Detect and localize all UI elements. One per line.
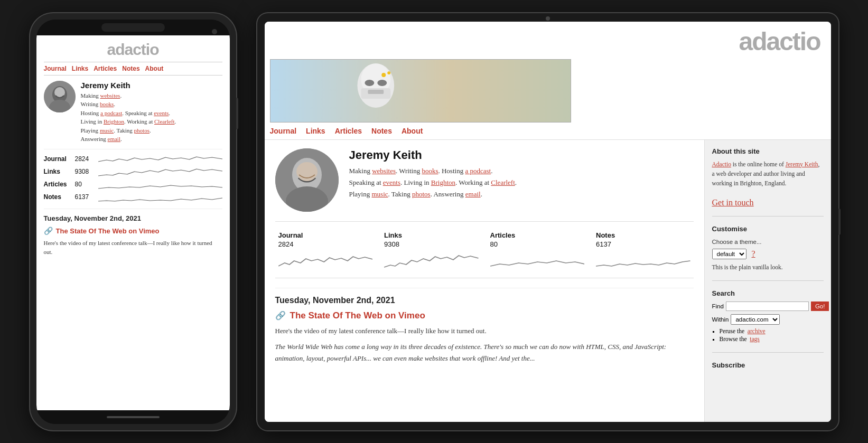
phone-device: adactio Journal Links Articles Notes Abo… [30, 13, 236, 430]
phone-logo: adactio [44, 41, 222, 59]
sidebar-adactio-link[interactable]: Adactio [712, 161, 731, 167]
sidebar-within-select[interactable]: adactio.com [731, 314, 780, 325]
phone-nav-articles[interactable]: Articles [94, 65, 117, 72]
tablet-bio-name: Jeremy Keith [349, 148, 517, 162]
sidebar-jeremy-link[interactable]: Jeremy Keith [786, 161, 818, 167]
phone-bio-events[interactable]: events [154, 110, 169, 116]
phone-bio-books[interactable]: books [100, 101, 114, 107]
phone-bio-websites[interactable]: websites [100, 92, 120, 99]
sidebar-tags-item: Browse the tags [720, 336, 824, 342]
phone-post-excerpt: Here's the video of my latest conference… [44, 239, 222, 257]
sidebar-theme-select[interactable]: default [712, 249, 746, 259]
tablet-stat-label-journal: Journal [278, 231, 373, 239]
phone-bio-clearleft[interactable]: Clearleft [154, 118, 174, 125]
tablet-post-title: 🔗 The State Of The Web on Vimeo [275, 310, 694, 321]
tablet-sparkline-notes [596, 251, 690, 268]
tablet-header: adactio [265, 22, 831, 56]
sidebar-within-row: Within adactio.com [712, 314, 824, 325]
tablet-nav-journal[interactable]: Journal [270, 127, 297, 135]
tablet-stat-box-journal: Journal 2824 [275, 228, 376, 271]
link-icon: 🔗 [44, 227, 53, 235]
tablet-bio-events[interactable]: events [383, 178, 400, 186]
tablet-bio-email[interactable]: email [465, 190, 481, 198]
sidebar-within-label: Within [712, 316, 729, 323]
phone-bio-photos[interactable]: photos [134, 127, 150, 134]
tablet-bio-brighton[interactable]: Brighton [431, 178, 455, 186]
tablet-stat-num-journal: 2824 [278, 240, 373, 248]
phone-stat-label-notes: Notes [44, 193, 73, 201]
sidebar-find-input[interactable] [726, 301, 809, 311]
tablet-nav-articles[interactable]: Articles [335, 127, 362, 135]
phone-sparkline-articles [98, 179, 222, 190]
sidebar-subscribe-title: Subscribe [712, 361, 824, 369]
sidebar-customise-section: Customise Choose a theme... default ? Th… [712, 225, 824, 281]
tablet-post-italic: The World Wide Web has come a long way i… [275, 341, 694, 364]
phone-post-link[interactable]: The State Of The Web on Vimeo [56, 227, 160, 235]
sidebar-search-list: Peruse the archive Browse the tags [712, 328, 824, 342]
phone-stat-row-links: Links 9308 [44, 166, 222, 177]
tablet-bio-podcast[interactable]: a podcast [465, 167, 491, 175]
tablet-hero-illustration [270, 60, 571, 122]
tablet-screen: adactio [265, 22, 831, 422]
tablet-body: Jeremy Keith Making websites. Writing bo… [265, 140, 831, 422]
tablet-avatar [275, 148, 339, 212]
svg-rect-10 [368, 90, 384, 94]
phone-bio-text: Making websites. Writing books. Hosting … [81, 91, 176, 144]
tablet-profile: Jeremy Keith Making websites. Writing bo… [275, 148, 694, 212]
phone-nav-about[interactable]: About [145, 65, 164, 72]
sidebar-find-label: Find [712, 303, 724, 309]
phone-bio-music[interactable]: music [100, 127, 114, 134]
tablet-bio-photos[interactable]: photos [412, 190, 431, 198]
tablet-nav-about[interactable]: About [402, 127, 423, 135]
phone-stat-row-journal: Journal 2824 [44, 154, 222, 164]
tablet-stat-num-articles: 80 [490, 240, 585, 248]
phone-bio-podcast[interactable]: a podcast [100, 110, 122, 116]
phone-notch-bar [36, 20, 230, 35]
tablet-logo: adactio [739, 27, 820, 56]
sidebar-theme-help-link[interactable]: ? [752, 249, 755, 259]
phone-sparkline-links [98, 166, 222, 177]
phone-nav-journal[interactable]: Journal [44, 65, 67, 72]
phone-bio-email[interactable]: email [108, 136, 120, 142]
tablet-bio-clearleft[interactable]: Clearleft [491, 178, 515, 186]
tablet-device: adactio [257, 13, 838, 430]
sidebar-archive-link[interactable]: archive [748, 328, 766, 334]
phone-stat-num-links: 9308 [75, 168, 96, 175]
tablet-post-link[interactable]: The State Of The Web on Vimeo [290, 310, 425, 321]
sidebar-about-title: About this site [712, 147, 824, 155]
phone-nav-notes[interactable]: Notes [122, 65, 139, 72]
tablet-stat-num-notes: 6137 [596, 240, 690, 248]
tablet-camera [546, 16, 550, 21]
sidebar-go-button[interactable]: Go! [811, 301, 829, 311]
tablet-stat-box-articles: Articles 80 [487, 228, 588, 271]
phone-nav: Journal Links Articles Notes About [44, 62, 222, 76]
tablet-link-icon: 🔗 [275, 310, 286, 321]
svg-point-9 [377, 80, 387, 86]
sidebar-get-in-touch-link[interactable]: Get in touch [712, 198, 754, 207]
tablet-hero-image [270, 59, 571, 122]
sidebar-customise-title: Customise [712, 225, 824, 233]
tablet-sparkline-links [384, 251, 479, 268]
tablet-sparkline-articles [490, 251, 585, 268]
phone-bio-brighton[interactable]: Brighton [104, 118, 124, 125]
phone-stat-num-journal: 2824 [75, 155, 96, 163]
tablet-nav-links[interactable]: Links [306, 127, 325, 135]
phone-notch [101, 23, 165, 32]
phone-date: Tuesday, November 2nd, 2021 [44, 209, 222, 222]
tablet-stat-box-notes: Notes 6137 [593, 228, 694, 271]
phone-screen: adactio Journal Links Articles Notes Abo… [36, 35, 230, 410]
tablet-date: Tuesday, November 2nd, 2021 [275, 288, 694, 305]
tablet-nav-notes[interactable]: Notes [371, 127, 392, 135]
phone-sparkline-notes [98, 192, 222, 202]
sidebar-theme-label: Choose a theme... [712, 237, 824, 247]
phone-stat-label-links: Links [44, 168, 73, 175]
tablet-side-button [838, 209, 841, 235]
tablet-bio-music[interactable]: music [371, 190, 388, 198]
phone-nav-links[interactable]: Links [72, 65, 88, 72]
tablet-bio-websites[interactable]: websites [372, 167, 396, 175]
svg-rect-4 [270, 60, 571, 122]
tablet-bio-books[interactable]: books [422, 167, 438, 175]
sidebar-find-row: Find Go! [712, 301, 824, 311]
sidebar-peruse-label: Peruse the [720, 328, 745, 334]
sidebar-tags-link[interactable]: tags [750, 336, 760, 342]
